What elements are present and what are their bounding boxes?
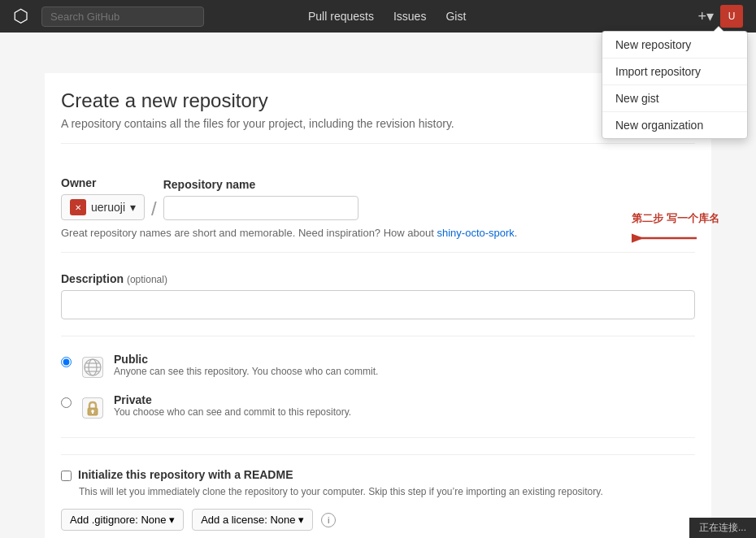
owner-chevron-icon: ▾	[130, 201, 136, 214]
private-icon	[80, 395, 106, 421]
license-button[interactable]: Add a license: None ▾	[192, 509, 313, 531]
status-text: 正在连接...	[699, 522, 746, 533]
hint-link[interactable]: shiny-octo-spork	[437, 227, 514, 239]
dropdown-new-organization[interactable]: New organization	[602, 112, 747, 138]
owner-select[interactable]: ueruoji ▾	[61, 194, 145, 220]
nav-right: +▾ U	[697, 5, 743, 28]
owner-group: Owner ueruoji ▾	[61, 176, 145, 220]
public-label[interactable]: Public Anyone can see this repository. Y…	[114, 353, 378, 377]
owner-value: ueruoji	[91, 201, 125, 214]
public-radio[interactable]	[61, 357, 72, 367]
search-input[interactable]	[41, 7, 204, 27]
addons-row: Add .gitignore: None ▾ Add a license: No…	[61, 509, 695, 531]
owner-repo-row: Owner ueruoji ▾ / Repository name	[61, 176, 695, 220]
nav-pull-requests[interactable]: Pull requests	[298, 0, 384, 33]
private-radio[interactable]	[61, 397, 72, 408]
private-option: Private You choose who can see and commi…	[61, 393, 695, 421]
repo-name-group: Repository name	[163, 178, 358, 220]
repo-name-input[interactable]	[163, 196, 358, 220]
public-icon	[80, 354, 106, 380]
svg-rect-13	[92, 412, 93, 414]
init-section: Initialize this repository with a README…	[61, 454, 695, 531]
slash-divider: /	[151, 199, 157, 220]
new-menu-button[interactable]: +▾	[697, 7, 714, 25]
init-desc: This will let you immediately clone the …	[79, 486, 695, 497]
description-optional: (optional)	[127, 274, 167, 285]
description-section: Description (optional)	[61, 272, 695, 319]
private-lock-icon	[81, 397, 104, 419]
init-readme-checkbox[interactable]	[61, 471, 72, 481]
init-checkbox-row: Initialize this repository with a README	[61, 468, 695, 481]
description-input[interactable]	[61, 290, 695, 319]
page-subtitle: A repository contains all the files for …	[61, 117, 695, 144]
gitignore-button[interactable]: Add .gitignore: None ▾	[61, 509, 184, 531]
nav-links: Pull requests Issues Gist	[298, 0, 476, 33]
hint-text: Great repository names are short and mem…	[61, 227, 695, 253]
public-globe-icon	[81, 356, 104, 379]
nav-issues[interactable]: Issues	[384, 0, 436, 33]
description-label: Description (optional)	[61, 272, 695, 285]
form-owner-repo: Owner ueruoji ▾ / Repository name Great …	[61, 160, 695, 272]
public-option: Public Anyone can see this repository. Y…	[61, 353, 695, 380]
github-logo: ⬡	[13, 6, 28, 27]
section-divider-1	[61, 336, 695, 336]
section-divider-2	[61, 437, 695, 438]
owner-label: Owner	[61, 176, 145, 189]
owner-icon	[70, 199, 86, 215]
repo-name-label: Repository name	[163, 178, 358, 191]
avatar[interactable]: U	[720, 5, 743, 28]
dropdown-new-gist[interactable]: New gist	[602, 85, 747, 112]
nav-bar: ⬡ Pull requests Issues Gist +▾ U New rep…	[0, 0, 756, 33]
dropdown-menu: New repository Import repository New gis…	[602, 31, 748, 139]
dropdown-import-repository[interactable]: Import repository	[602, 59, 747, 85]
page-title: Create a new repository	[61, 89, 695, 112]
status-bar: 正在连接...	[689, 518, 756, 538]
nav-gist[interactable]: Gist	[436, 0, 476, 33]
info-icon[interactable]: i	[321, 513, 336, 527]
dropdown-new-repository[interactable]: New repository	[602, 32, 747, 59]
main-content: 第二步 写一个库名 Create a new repository A repo…	[45, 73, 711, 538]
private-label[interactable]: Private You choose who can see and commi…	[114, 393, 351, 418]
init-readme-label[interactable]: Initialize this repository with a README	[78, 468, 293, 481]
